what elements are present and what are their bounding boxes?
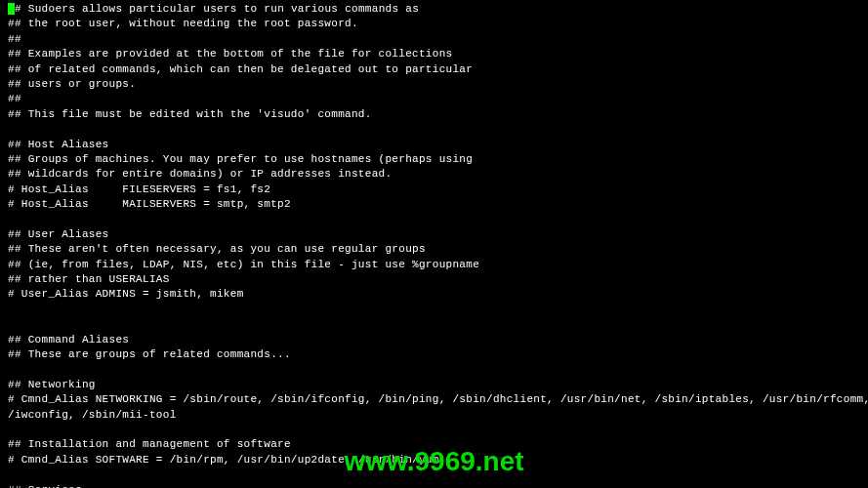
- cursor-icon: [8, 3, 15, 15]
- terminal-editor[interactable]: # Sudoers allows particular users to run…: [8, 2, 860, 488]
- terminal-content: # Sudoers allows particular users to run…: [8, 3, 868, 488]
